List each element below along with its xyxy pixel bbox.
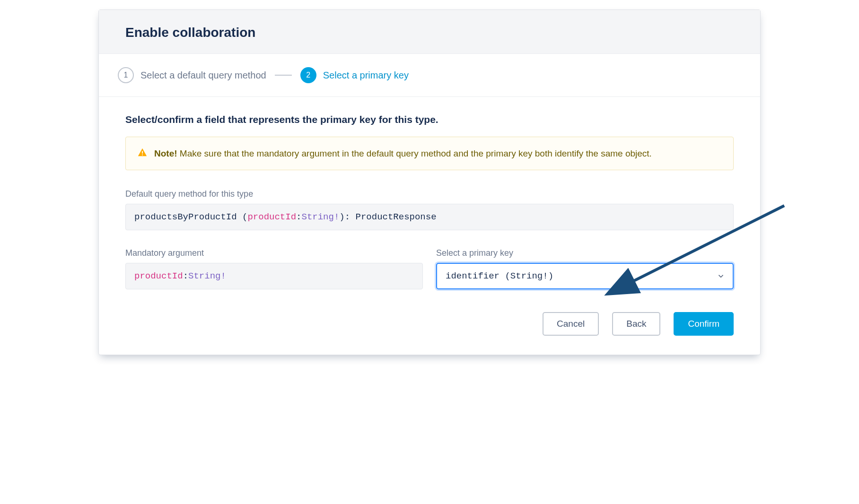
- mandatory-arg-type: String!: [188, 271, 226, 281]
- query-arg-name: productId: [247, 212, 296, 222]
- svg-rect-1: [142, 155, 143, 156]
- step-1-label: Select a default query method: [140, 70, 266, 81]
- default-query-label: Default query method for this type: [125, 189, 734, 199]
- cancel-button[interactable]: Cancel: [543, 312, 599, 336]
- query-arg-type: String!: [301, 212, 339, 222]
- mandatory-arg-name: productId: [134, 271, 183, 281]
- step-2-label: Select a primary key: [323, 70, 409, 81]
- primary-key-label: Select a primary key: [436, 248, 734, 258]
- mandatory-arg-box: productId:String!: [125, 263, 423, 289]
- query-method-name: productsByProductId: [134, 212, 237, 222]
- svg-rect-0: [142, 151, 143, 154]
- modal-header: Enable collaboration: [99, 10, 760, 54]
- back-button[interactable]: Back: [612, 312, 660, 336]
- enable-collaboration-modal: Enable collaboration 1 Select a default …: [98, 9, 761, 355]
- primary-key-select[interactable]: identifier (String!): [436, 263, 734, 289]
- note-box: Note! Make sure that the mandatory argum…: [125, 137, 734, 170]
- step-1-number: 1: [118, 67, 134, 83]
- primary-key-selected: identifier (String!): [446, 271, 553, 281]
- note-prefix: Note!: [154, 148, 177, 158]
- default-query-box: productsByProductId (productId:String!):…: [125, 204, 734, 230]
- note-text: Note! Make sure that the mandatory argum…: [154, 147, 652, 160]
- modal-title: Enable collaboration: [125, 25, 734, 40]
- modal-footer: Cancel Back Confirm: [99, 301, 760, 355]
- step-divider: [275, 75, 292, 76]
- step-2-number: 2: [300, 67, 316, 83]
- step-1[interactable]: 1 Select a default query method: [118, 67, 266, 83]
- stepper: 1 Select a default query method 2 Select…: [99, 54, 760, 97]
- note-body: Make sure that the mandatory argument in…: [177, 148, 652, 158]
- modal-body: Select/confirm a field that represents t…: [99, 97, 760, 301]
- mandatory-arg-label: Mandatory argument: [125, 248, 423, 258]
- confirm-button[interactable]: Confirm: [674, 312, 734, 336]
- step-2[interactable]: 2 Select a primary key: [300, 67, 409, 83]
- section-title: Select/confirm a field that represents t…: [125, 114, 734, 125]
- warning-icon: [137, 148, 148, 158]
- query-return-type: ProductResponse: [356, 212, 437, 222]
